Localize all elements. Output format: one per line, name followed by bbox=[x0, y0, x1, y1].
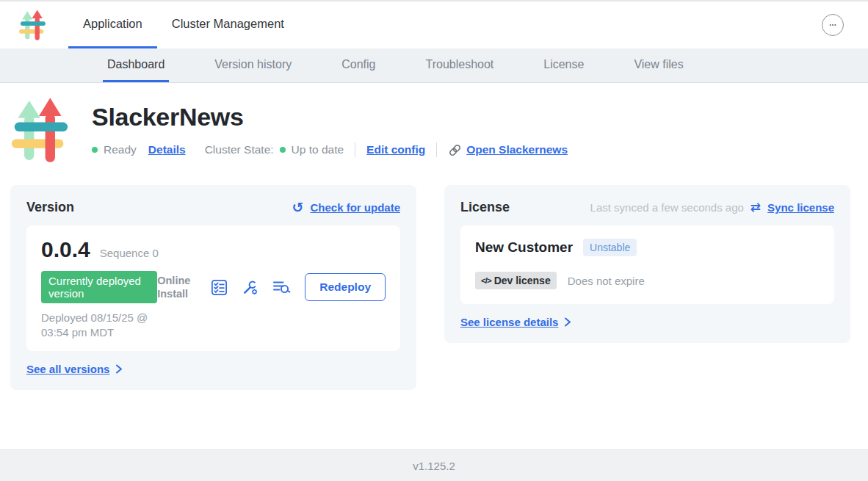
app-logo-large-icon bbox=[10, 97, 69, 164]
divider bbox=[355, 142, 355, 157]
deployed-timestamp: Deployed 08/15/25 @ 03:54 pm MDT bbox=[41, 311, 157, 339]
preflight-checks-icon[interactable] bbox=[211, 279, 228, 296]
license-customer-row: New Customer Unstable bbox=[475, 239, 820, 256]
page-title: SlackerNews bbox=[92, 103, 568, 131]
version-sequence: Sequence 0 bbox=[100, 247, 159, 259]
last-synced-text: Last synced a few seconds ago bbox=[590, 201, 744, 214]
customer-name: New Customer bbox=[475, 239, 573, 256]
channel-badge: Unstable bbox=[583, 239, 637, 256]
license-panel: New Customer Unstable </> Dev license Do… bbox=[460, 225, 834, 304]
license-type-label: Dev license bbox=[494, 275, 551, 286]
current-version-panel: 0.0.4 Sequence 0 Currently deployed vers… bbox=[26, 225, 400, 351]
chevron-right-icon bbox=[564, 317, 571, 328]
app-status-text: Ready bbox=[104, 143, 137, 156]
edit-config-link[interactable]: Edit config bbox=[366, 143, 425, 156]
divider bbox=[436, 142, 437, 157]
tab-application[interactable]: Application bbox=[68, 1, 157, 48]
version-card: Version ↺ Check for update 0.0.4 Sequenc… bbox=[10, 185, 416, 390]
status-details-link[interactable]: Details bbox=[148, 143, 186, 156]
main-content: SlackerNews Ready Details Cluster State:… bbox=[0, 83, 868, 449]
deploy-status-column: Currently deployed version Deployed 08/1… bbox=[41, 271, 157, 339]
see-all-versions-link: See all versions bbox=[26, 363, 109, 375]
license-expiry-text: Does not expire bbox=[568, 275, 645, 287]
version-card-title: Version bbox=[26, 200, 74, 215]
see-license-details-row[interactable]: See license details bbox=[460, 316, 834, 328]
app-logo-icon bbox=[18, 10, 46, 41]
open-app-link-label: Open Slackernews bbox=[466, 143, 568, 156]
subnav-view-files-label: View files bbox=[634, 58, 683, 71]
refresh-icon: ↺ bbox=[292, 200, 304, 214]
subnav-troubleshoot-label: Troubleshoot bbox=[425, 58, 493, 71]
dashboard-cards: Version ↺ Check for update 0.0.4 Sequenc… bbox=[10, 185, 850, 390]
version-card-header: Version ↺ Check for update bbox=[26, 200, 400, 215]
license-type-row: </> Dev license Does not expire bbox=[475, 272, 820, 289]
console-version-text: v1.125.2 bbox=[413, 460, 455, 472]
chevron-right-icon bbox=[115, 364, 123, 375]
subnav-dashboard[interactable]: Dashboard bbox=[103, 48, 169, 82]
app-hero-text: SlackerNews Ready Details Cluster State:… bbox=[92, 97, 568, 164]
license-card-header: License Last synced a few seconds ago ⇄ … bbox=[460, 200, 834, 215]
install-type-label: Online Install bbox=[157, 274, 197, 300]
cluster-state-label: Cluster State: bbox=[205, 143, 274, 156]
subnav-view-files[interactable]: View files bbox=[629, 48, 687, 82]
tab-cluster-management-label: Cluster Management bbox=[172, 17, 284, 31]
redeploy-button[interactable]: Redeploy bbox=[305, 273, 386, 301]
chain-link-icon bbox=[448, 143, 462, 157]
check-for-update-link: Check for update bbox=[310, 201, 400, 214]
code-brackets-icon: </> bbox=[481, 276, 491, 285]
cluster-state-value: Up to date bbox=[292, 143, 344, 156]
open-app-link[interactable]: Open Slackernews bbox=[448, 143, 568, 157]
license-sync-area: Last synced a few seconds ago ⇄ Sync lic… bbox=[590, 201, 834, 214]
version-controls: Online Install bbox=[157, 273, 386, 301]
tab-application-label: Application bbox=[83, 17, 142, 31]
more-menu-button[interactable] bbox=[822, 14, 844, 36]
license-type-badge: </> Dev license bbox=[475, 272, 557, 289]
app-subnav: Dashboard Version history Config Trouble… bbox=[0, 48, 868, 83]
ellipsis-icon bbox=[826, 18, 839, 32]
license-card-title: License bbox=[460, 200, 510, 215]
app-ready-dot-icon bbox=[92, 147, 98, 153]
cluster-state-dot-icon bbox=[280, 147, 286, 153]
deploy-logs-icon[interactable] bbox=[272, 279, 291, 295]
subnav-license-label: License bbox=[543, 58, 584, 71]
check-for-update-action[interactable]: ↺ Check for update bbox=[292, 200, 400, 214]
version-number-row: 0.0.4 Sequence 0 bbox=[41, 237, 386, 262]
subnav-version-history[interactable]: Version history bbox=[210, 48, 296, 82]
license-card: License Last synced a few seconds ago ⇄ … bbox=[444, 185, 850, 343]
see-license-details-link: See license details bbox=[460, 316, 558, 328]
admin-console-page: Application Cluster Management Dashboard… bbox=[0, 0, 868, 481]
app-status-row: Ready Details Cluster State: Up to date … bbox=[92, 142, 568, 157]
sync-license-link[interactable]: Sync license bbox=[767, 201, 834, 214]
deployed-badge: Currently deployed version bbox=[41, 271, 157, 303]
top-tabs: Application Cluster Management bbox=[68, 1, 299, 48]
app-hero: SlackerNews Ready Details Cluster State:… bbox=[10, 97, 850, 164]
version-detail-row: Currently deployed version Deployed 08/1… bbox=[41, 271, 386, 339]
console-footer: v1.125.2 bbox=[0, 449, 868, 481]
subnav-dashboard-label: Dashboard bbox=[107, 58, 164, 71]
subnav-version-history-label: Version history bbox=[214, 58, 292, 71]
subnav-troubleshoot[interactable]: Troubleshoot bbox=[421, 48, 498, 82]
subnav-config-label: Config bbox=[341, 58, 375, 71]
tab-cluster-management[interactable]: Cluster Management bbox=[157, 1, 299, 48]
version-number: 0.0.4 bbox=[41, 237, 90, 262]
subnav-config[interactable]: Config bbox=[337, 48, 380, 82]
edit-config-wrench-icon[interactable] bbox=[242, 279, 258, 296]
subnav-license[interactable]: License bbox=[539, 48, 588, 82]
see-all-versions-row[interactable]: See all versions bbox=[26, 363, 400, 375]
top-navbar: Application Cluster Management bbox=[0, 1, 868, 48]
sync-arrows-icon: ⇄ bbox=[751, 201, 761, 214]
